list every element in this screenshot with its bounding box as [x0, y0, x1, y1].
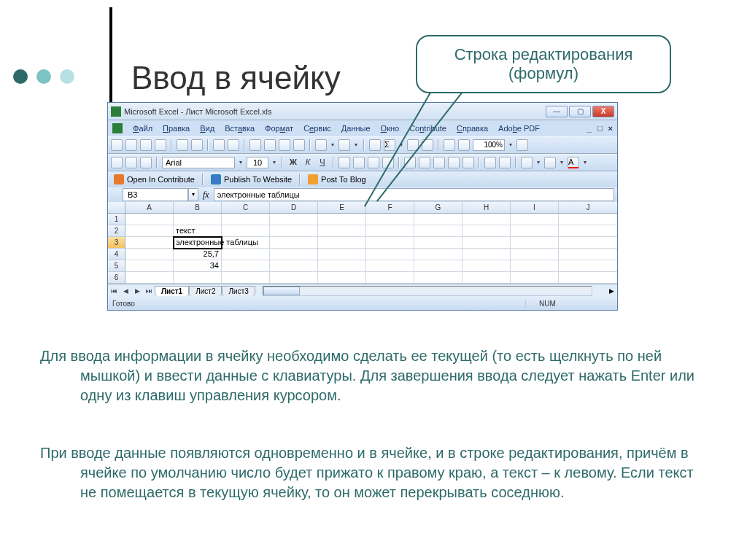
italic-button[interactable]: К [302, 157, 314, 168]
post-to-blog-button[interactable]: Post To Blog [305, 174, 369, 185]
cell[interactable] [366, 249, 414, 260]
cell[interactable] [511, 225, 559, 237]
column-header[interactable]: H [462, 202, 511, 213]
cell[interactable] [559, 272, 617, 284]
row-header[interactable]: 1 [108, 214, 125, 225]
pdf-icon[interactable] [111, 157, 123, 168]
cell[interactable] [366, 272, 414, 284]
menu-file[interactable]: Файл [128, 122, 157, 134]
font-color-icon[interactable]: A [568, 157, 579, 168]
comma-icon[interactable] [433, 157, 445, 168]
cell[interactable] [174, 214, 222, 225]
cell[interactable] [270, 249, 318, 260]
save-icon[interactable] [140, 139, 152, 151]
increase-decimal-icon[interactable] [448, 157, 460, 168]
row-header[interactable]: 6 [108, 272, 125, 284]
open-icon[interactable] [125, 139, 137, 151]
cell[interactable] [462, 272, 511, 284]
name-box-dropdown[interactable]: ▾ [188, 188, 198, 201]
percent-icon[interactable] [419, 157, 430, 168]
cell[interactable] [511, 249, 559, 260]
cell[interactable] [414, 249, 462, 260]
cell-B3-active[interactable]: электронные таблицы [174, 237, 222, 249]
cell[interactable] [318, 260, 366, 272]
cell[interactable] [511, 272, 559, 284]
cell[interactable] [318, 237, 366, 249]
formula-input[interactable]: электронные таблицы [214, 188, 614, 201]
zoom-input[interactable]: 100% [473, 139, 505, 151]
cut-icon[interactable] [249, 139, 261, 151]
menu-view[interactable]: Вид [196, 122, 219, 134]
cell[interactable] [414, 260, 462, 272]
cell[interactable] [270, 237, 318, 249]
open-in-contribute-button[interactable]: Open In Contribute [111, 174, 198, 185]
column-header[interactable]: F [366, 202, 414, 213]
row-header[interactable]: 5 [108, 260, 125, 272]
menu-edit[interactable]: Правка [158, 122, 194, 134]
cell[interactable] [511, 237, 559, 249]
sheet-tab[interactable]: Лист2 [189, 286, 222, 296]
row-header[interactable]: 3 [108, 237, 125, 249]
cell[interactable] [559, 214, 617, 225]
column-header[interactable]: B [174, 202, 222, 213]
cell[interactable] [414, 272, 462, 284]
cell-B5[interactable]: 34 [174, 260, 222, 272]
autosum-icon[interactable]: Σ [384, 139, 395, 151]
name-box[interactable]: B3 [123, 188, 188, 201]
menu-help[interactable]: Справка [452, 122, 492, 134]
spellcheck-icon[interactable] [213, 139, 225, 151]
column-header[interactable]: J [559, 202, 617, 213]
print-icon[interactable] [177, 139, 188, 151]
align-center-icon[interactable] [353, 157, 365, 168]
borders-icon[interactable] [521, 157, 533, 168]
column-header[interactable]: I [511, 202, 559, 213]
column-header[interactable]: A [125, 202, 174, 213]
first-sheet-icon[interactable]: ⏮ [108, 287, 120, 295]
fill-color-icon[interactable] [544, 157, 556, 168]
menu-insert[interactable]: Вставка [220, 122, 259, 134]
increase-indent-icon[interactable] [499, 157, 511, 168]
cell[interactable] [222, 249, 270, 260]
cell[interactable] [318, 214, 366, 225]
cell[interactable] [462, 260, 511, 272]
cell[interactable] [559, 225, 617, 237]
fx-label[interactable]: fx [198, 190, 214, 201]
cell[interactable] [462, 249, 511, 260]
column-header[interactable]: G [414, 202, 462, 213]
align-right-icon[interactable] [368, 157, 379, 168]
copy-icon[interactable] [264, 139, 276, 151]
cell[interactable] [559, 237, 617, 249]
cell[interactable] [270, 260, 318, 272]
font-size-selector[interactable]: 10 [247, 157, 268, 168]
cell[interactable] [270, 214, 318, 225]
column-header[interactable]: D [270, 202, 318, 213]
cell[interactable] [222, 225, 270, 237]
cell[interactable] [125, 214, 174, 225]
cell[interactable] [462, 214, 511, 225]
bold-button[interactable]: Ж [287, 157, 299, 168]
cell[interactable] [222, 214, 270, 225]
cell[interactable] [559, 249, 617, 260]
format-painter-icon[interactable] [293, 139, 305, 151]
prev-sheet-icon[interactable]: ◀ [120, 287, 131, 295]
chart-icon[interactable] [444, 139, 455, 151]
doc-minimize[interactable]: _ [587, 124, 592, 133]
column-header[interactable]: E [318, 202, 366, 213]
cell[interactable] [222, 272, 270, 284]
cell[interactable] [366, 214, 414, 225]
select-all-corner[interactable] [108, 202, 125, 213]
close-button[interactable]: X [592, 106, 614, 117]
maximize-button[interactable]: ▢ [569, 106, 591, 117]
cell[interactable] [270, 225, 318, 237]
cell[interactable] [414, 225, 462, 237]
cell[interactable] [511, 214, 559, 225]
doc-close[interactable]: × [608, 124, 613, 133]
last-sheet-icon[interactable]: ⏭ [143, 287, 155, 295]
font-selector[interactable]: Arial [162, 157, 235, 168]
cell[interactable] [462, 225, 511, 237]
cell[interactable] [125, 237, 174, 249]
cell[interactable] [318, 225, 366, 237]
cell[interactable] [125, 225, 174, 237]
cell[interactable] [125, 272, 174, 284]
scroll-right-icon[interactable]: ▶ [605, 287, 617, 295]
